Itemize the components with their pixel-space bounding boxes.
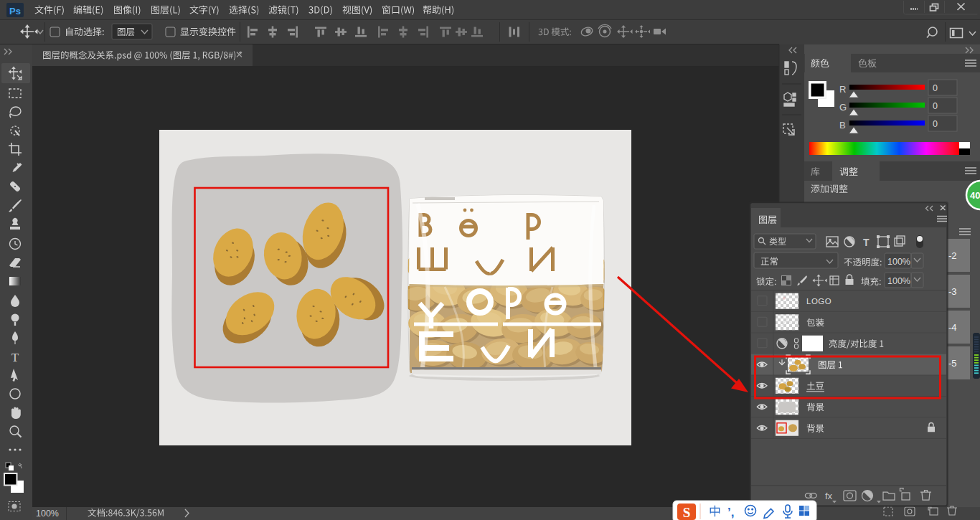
svg-text:100%: 100% bbox=[887, 257, 910, 267]
svg-text:’,: ’, bbox=[727, 506, 734, 519]
svg-text:-4: -4 bbox=[948, 322, 957, 333]
svg-text:-2: -2 bbox=[948, 250, 957, 261]
svg-text:fx: fx bbox=[825, 491, 833, 501]
svg-text:-3: -3 bbox=[948, 286, 957, 297]
svg-text:40: 40 bbox=[970, 190, 980, 201]
svg-text:0: 0 bbox=[933, 101, 938, 111]
svg-text:B: B bbox=[839, 120, 846, 131]
svg-text:T: T bbox=[863, 237, 870, 248]
svg-text:100%: 100% bbox=[887, 276, 910, 286]
svg-text:T: T bbox=[11, 351, 19, 364]
svg-text:0: 0 bbox=[933, 83, 938, 93]
svg-text:S: S bbox=[683, 505, 691, 520]
svg-text:G: G bbox=[839, 102, 847, 113]
svg-text:0: 0 bbox=[933, 119, 938, 129]
svg-text:100%: 100% bbox=[36, 509, 59, 519]
svg-text:LOGO: LOGO bbox=[806, 297, 831, 306]
svg-text:Ps: Ps bbox=[9, 6, 21, 16]
svg-text:R: R bbox=[839, 84, 846, 95]
svg-text:-5: -5 bbox=[948, 358, 957, 369]
